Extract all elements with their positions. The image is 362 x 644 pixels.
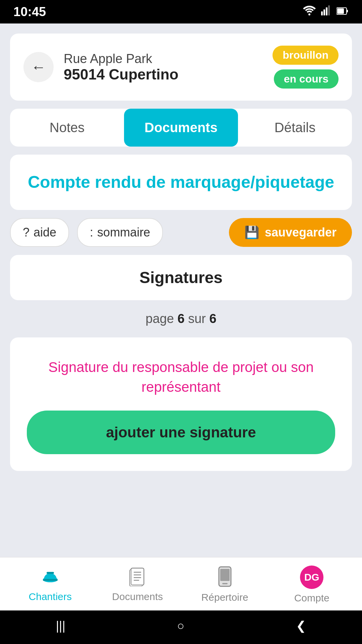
nav-repertoire[interactable]: Répertoire <box>200 566 250 603</box>
svg-rect-9 <box>47 572 54 574</box>
svg-rect-17 <box>131 568 144 585</box>
chantiers-icon <box>41 567 60 588</box>
sommaire-label: sommaire <box>97 225 150 239</box>
sauvegarder-label: sauvegarder <box>265 225 337 239</box>
document-title-card: Compte rendu de marquage/piquetage <box>10 155 352 210</box>
page-separator: sur <box>188 312 209 326</box>
address-line1: Rue Apple Park <box>64 52 178 66</box>
header-card: ← Rue Apple Park 95014 Cupertino brouill… <box>10 34 352 101</box>
tab-documents[interactable]: Documents <box>124 109 238 147</box>
main-content: ← Rue Apple Park 95014 Cupertino brouill… <box>0 23 362 557</box>
android-recent-button[interactable]: ||| <box>56 619 65 633</box>
sommaire-button[interactable]: : sommaire <box>77 218 163 247</box>
sommaire-prefix: : <box>90 225 93 239</box>
svg-rect-24 <box>222 583 228 584</box>
back-button[interactable]: ← <box>23 52 54 82</box>
svg-rect-1 <box>321 11 323 15</box>
document-title: Compte rendu de marquage/piquetage <box>23 171 339 193</box>
svg-rect-4 <box>328 5 330 15</box>
aide-prefix: ? <box>23 225 29 239</box>
address-line2: 95014 Cupertino <box>64 66 178 83</box>
svg-rect-7 <box>347 10 348 12</box>
sauvegarder-button[interactable]: 💾 sauvegarder <box>229 218 352 247</box>
status-bar: 10:45 <box>0 0 362 23</box>
back-arrow-icon: ← <box>31 59 46 75</box>
nav-label-repertoire: Répertoire <box>201 592 248 603</box>
add-signature-button[interactable]: ajouter une signature <box>27 411 335 454</box>
android-home-button[interactable]: ○ <box>177 619 184 633</box>
nav-label-documents: Documents <box>112 591 163 602</box>
tabs-bar: Notes Documents Détails <box>10 109 352 147</box>
compte-avatar: DG <box>300 566 323 589</box>
android-nav: ||| ○ ❮ <box>0 610 362 644</box>
svg-point-0 <box>308 13 310 15</box>
nav-documents[interactable]: Documents <box>112 567 163 602</box>
header-badges: brouillon en cours <box>273 46 339 89</box>
tab-details[interactable]: Détails <box>238 109 352 147</box>
badge-status: en cours <box>274 69 339 89</box>
svg-rect-6 <box>337 8 344 14</box>
status-time: 10:45 <box>13 5 46 19</box>
page-indicator: page 6 sur 6 <box>10 308 352 329</box>
wifi-icon <box>303 5 316 18</box>
tab-notes[interactable]: Notes <box>10 109 124 147</box>
action-bar: ? aide : sommaire 💾 sauvegarder <box>10 218 352 247</box>
save-icon: 💾 <box>244 225 259 239</box>
signal-icon <box>321 5 331 18</box>
nav-compte[interactable]: DG Compte <box>287 566 337 604</box>
android-back-button[interactable]: ❮ <box>296 619 306 633</box>
section-title: Signatures <box>23 268 339 287</box>
nav-chantiers[interactable]: Chantiers <box>25 567 75 602</box>
section-card: Signatures <box>10 255 352 300</box>
header-left: ← Rue Apple Park 95014 Cupertino <box>23 52 178 83</box>
aide-button[interactable]: ? aide <box>10 218 69 247</box>
signature-card: Signature du responsable de projet ou so… <box>10 337 352 471</box>
aide-label: aide <box>34 225 56 239</box>
svg-rect-10 <box>43 579 58 581</box>
page-total: 6 <box>209 312 217 326</box>
badge-draft: brouillon <box>273 46 339 65</box>
nav-label-chantiers: Chantiers <box>29 591 72 602</box>
svg-rect-23 <box>220 569 230 581</box>
header-address: Rue Apple Park 95014 Cupertino <box>64 52 178 83</box>
battery-icon <box>337 6 349 18</box>
page-label: page <box>145 312 174 326</box>
bottom-nav: Chantiers Documents <box>0 557 362 610</box>
status-icons <box>303 5 349 18</box>
repertoire-icon <box>218 566 232 588</box>
svg-rect-3 <box>326 7 327 15</box>
nav-label-compte: Compte <box>294 592 329 604</box>
signature-prompt: Signature du responsable de projet ou so… <box>27 358 335 397</box>
page-current: 6 <box>177 312 184 326</box>
svg-rect-2 <box>323 9 325 15</box>
documents-nav-icon <box>128 567 146 588</box>
